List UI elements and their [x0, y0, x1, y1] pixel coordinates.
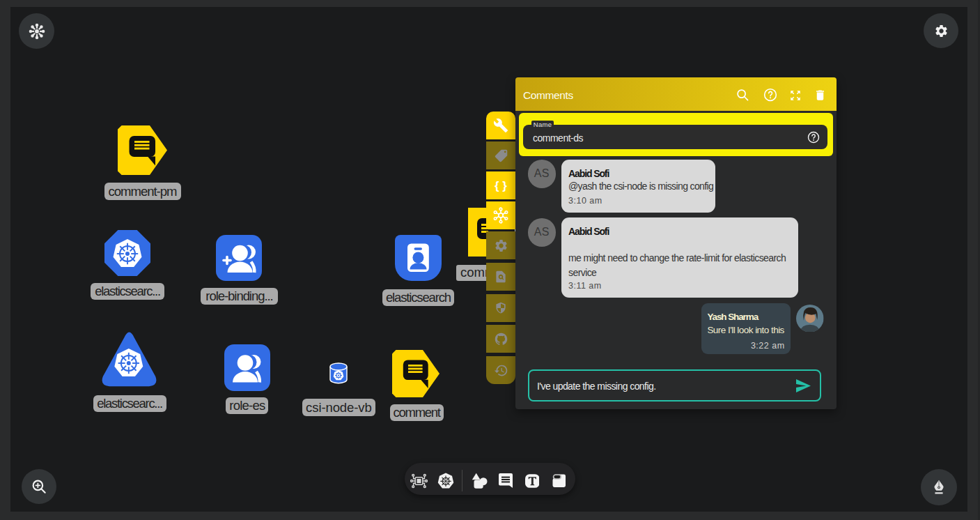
- svg-text:{ }: { }: [495, 179, 507, 192]
